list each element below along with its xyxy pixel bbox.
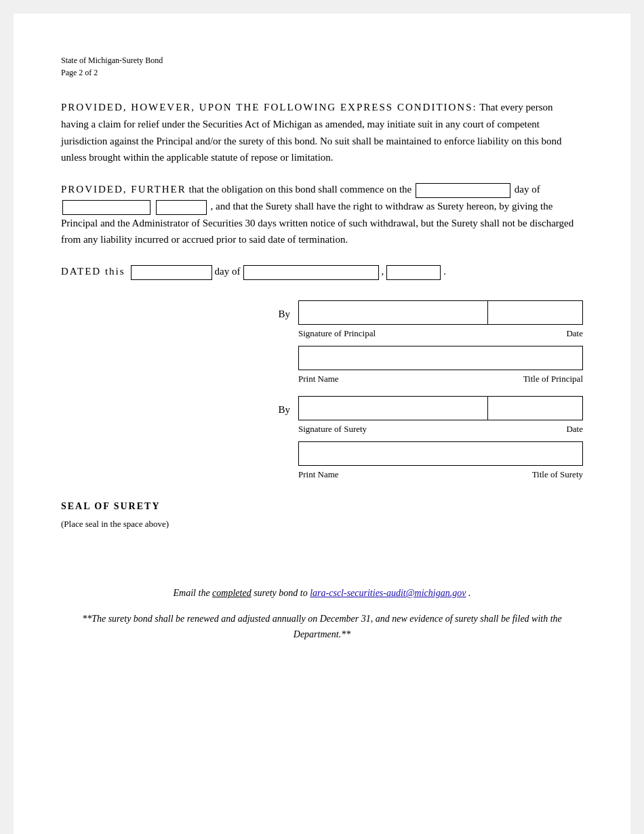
footer-section: Email the completed surety bond to lara-…: [61, 585, 583, 642]
principal-print-labels: Print Name Title of Principal: [298, 370, 583, 395]
principal-signature-field[interactable]: [298, 300, 488, 325]
footer-prefix: Email the: [174, 588, 213, 598]
footer-completed: completed: [212, 588, 251, 598]
main-content: PROVIDED, HOWEVER, UPON THE FOLLOWING EX…: [61, 99, 583, 642]
principal-sig-labels: Signature of Principal Date: [298, 325, 583, 346]
surety-title-label: Title of Surety: [532, 467, 583, 481]
footer-email-link[interactable]: lara-cscl-securities-audit@michigan.gov: [310, 588, 466, 598]
commence-field2[interactable]: [62, 200, 150, 215]
document-page: State of Michigan-Surety Bond Page 2 of …: [14, 14, 630, 834]
surety-print-field[interactable]: [298, 441, 583, 466]
header-line2: Page 2 of 2: [61, 66, 583, 79]
provided-further-heading: PROVIDED, FURTHER: [61, 184, 186, 195]
dated-field1[interactable]: [131, 265, 212, 280]
day-of-label: day of: [215, 263, 241, 280]
principal-by-label: By: [278, 300, 290, 323]
surety-sig-block: Signature of Surety Date Print Name Titl…: [298, 396, 583, 492]
commence-field3[interactable]: [156, 200, 207, 215]
footer-line1: Email the completed surety bond to lara-…: [61, 585, 583, 601]
principal-date-field[interactable]: [488, 300, 583, 325]
seal-title: SEAL OF SURETY: [61, 498, 583, 514]
seal-section: SEAL OF SURETY (Place seal in the space …: [61, 498, 583, 532]
dated-field2[interactable]: [243, 265, 379, 280]
footer-middle: surety bond to: [254, 588, 310, 598]
surety-by-row: By Signature of Surety Date Print Name T…: [61, 396, 583, 492]
dated-row: DATED this day of , .: [61, 263, 583, 280]
principal-print-label: Print Name: [298, 372, 339, 386]
principal-title-label: Title of Principal: [523, 372, 583, 386]
paragraph2: PROVIDED, FURTHER that the obligation on…: [61, 181, 583, 248]
day-of-text1: day of: [515, 184, 540, 195]
principal-by-row: By Signature of Principal Date Print Nam…: [61, 300, 583, 396]
paragraph1-text: PROVIDED, HOWEVER, UPON THE FOLLOWING EX…: [61, 102, 562, 163]
surety-sig-box-row: [298, 396, 583, 420]
surety-date-field[interactable]: [488, 396, 583, 420]
paragraph2-text: that the obligation on this bond shall c…: [189, 184, 414, 195]
commence-field1[interactable]: [416, 183, 510, 198]
provided-however-heading: PROVIDED, HOWEVER, UPON THE FOLLOWING EX…: [61, 102, 477, 113]
document-header: State of Michigan-Surety Bond Page 2 of …: [61, 54, 583, 79]
dated-field3[interactable]: [386, 265, 441, 280]
surety-print-label: Print Name: [298, 467, 339, 481]
signature-sections: By Signature of Principal Date Print Nam…: [61, 300, 583, 492]
footer-line2: **The surety bond shall be renewed and a…: [61, 612, 583, 642]
seal-subtitle: (Place seal in the space above): [61, 517, 583, 531]
principal-sig-block: Signature of Principal Date Print Name T…: [298, 300, 583, 396]
paragraph1: PROVIDED, HOWEVER, UPON THE FOLLOWING EX…: [61, 99, 583, 166]
dated-period: .: [443, 263, 446, 280]
dated-label: DATED this: [61, 263, 125, 280]
surety-sig-labels: Signature of Surety Date: [298, 420, 583, 441]
dated-comma: ,: [382, 263, 384, 280]
surety-signature-field[interactable]: [298, 396, 488, 420]
surety-date-label: Date: [566, 422, 583, 436]
surety-print-labels: Print Name Title of Surety: [298, 466, 583, 491]
surety-sig-label: Signature of Surety: [298, 422, 367, 436]
header-line1: State of Michigan-Surety Bond: [61, 54, 583, 66]
principal-sig-label: Signature of Principal: [298, 326, 376, 340]
principal-date-label: Date: [566, 326, 583, 340]
principal-print-field[interactable]: [298, 346, 583, 370]
surety-by-label: By: [278, 396, 290, 418]
footer-period: .: [468, 588, 471, 598]
principal-sig-box-row: [298, 300, 583, 325]
